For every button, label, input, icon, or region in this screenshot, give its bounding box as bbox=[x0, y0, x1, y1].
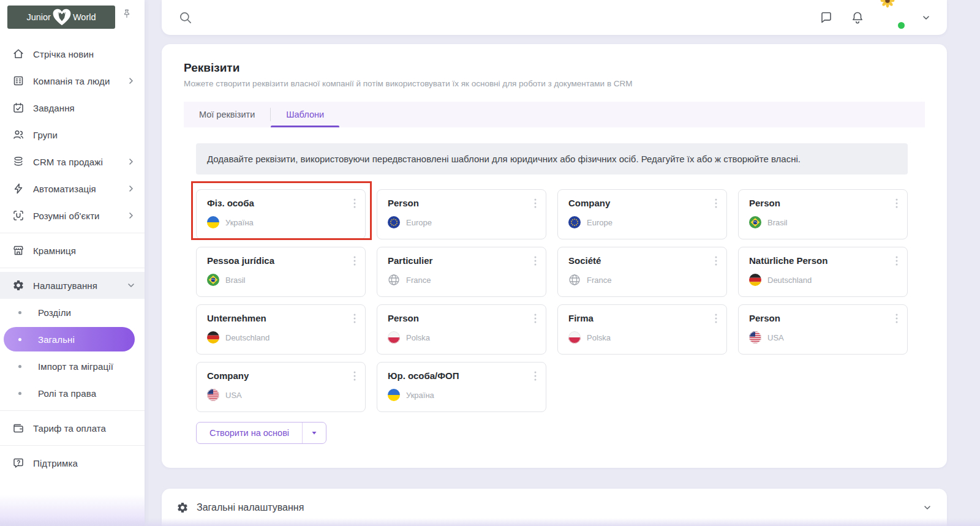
template-card-country: Brasil bbox=[767, 218, 788, 227]
card-flag-row: Україна bbox=[388, 389, 538, 401]
template-card-title: Pessoa jurídica bbox=[207, 255, 274, 266]
user-avatar[interactable] bbox=[881, 6, 905, 29]
template-card-title: Person bbox=[749, 198, 780, 209]
create-from-template-button[interactable]: Створити на основі bbox=[197, 423, 302, 443]
card-head: Юр. особа/ФОП bbox=[388, 370, 538, 381]
template-card-country: USA bbox=[225, 391, 242, 400]
more-options-icon[interactable] bbox=[532, 370, 538, 381]
template-card[interactable]: Юр. особа/ФОПУкраїна bbox=[377, 362, 546, 412]
general-settings-accordion[interactable]: Загальні налаштування bbox=[162, 489, 947, 526]
template-card-country: Brasil bbox=[225, 276, 246, 285]
sidebar-item-tariff-payment[interactable]: Тариф та оплата bbox=[0, 415, 145, 441]
template-card-title: Person bbox=[388, 198, 419, 209]
sidebar-item-label: Загальні bbox=[38, 334, 126, 345]
more-options-icon[interactable] bbox=[532, 255, 538, 266]
card-head: Société bbox=[568, 255, 719, 266]
sidebar-item-import-migrations[interactable]: Імпорт та міграції bbox=[0, 353, 145, 380]
card-flag-row: Україна bbox=[207, 216, 358, 228]
template-card[interactable]: ParticulierFrance bbox=[377, 247, 546, 297]
card-head: Company bbox=[207, 370, 358, 381]
template-card[interactable]: FirmaPolska bbox=[557, 304, 727, 355]
sidebar-item-news-feed[interactable]: Стрічка новин bbox=[0, 40, 145, 67]
page-title: Реквізити bbox=[184, 61, 925, 75]
sidebar-item-roles-rights[interactable]: Ролі та права bbox=[0, 380, 145, 407]
sidebar-item-label: Завдання bbox=[33, 103, 136, 113]
more-options-icon[interactable] bbox=[532, 313, 538, 324]
sidebar-nav: Стрічка новинКомпанія та людиЗавданняГру… bbox=[0, 40, 145, 476]
card-flag-row: Polska bbox=[388, 331, 538, 344]
flag-germany-icon bbox=[749, 274, 761, 286]
sidebar-item-general[interactable]: Загальні bbox=[4, 327, 135, 351]
pin-sidebar-icon[interactable] bbox=[121, 8, 132, 23]
template-card[interactable]: PersonBrasil bbox=[738, 189, 908, 239]
chevron-down-icon[interactable] bbox=[922, 503, 932, 513]
more-options-icon[interactable] bbox=[352, 198, 358, 209]
template-card-country: Polska bbox=[406, 333, 430, 342]
card-flag-row: Brasil bbox=[207, 274, 358, 286]
app-logo[interactable]: Junior World bbox=[7, 6, 115, 29]
chevron-right-icon bbox=[126, 211, 136, 220]
tab-templates[interactable]: Шаблони bbox=[271, 102, 339, 127]
chat-icon[interactable] bbox=[819, 10, 834, 25]
flag-usa-icon bbox=[749, 331, 761, 344]
template-card-country: Україна bbox=[406, 391, 434, 400]
more-options-icon[interactable] bbox=[713, 198, 719, 209]
template-card[interactable]: CompanyEurope bbox=[557, 189, 727, 239]
tabbar: Мої реквізитиШаблони bbox=[184, 102, 925, 127]
bullet-icon bbox=[18, 365, 21, 368]
template-card-country: Україна bbox=[225, 218, 254, 227]
globe-icon bbox=[388, 274, 400, 286]
template-card[interactable]: Pessoa jurídicaBrasil bbox=[196, 247, 366, 297]
sidebar-item-groups[interactable]: Групи bbox=[0, 121, 145, 148]
template-card-country: Europe bbox=[406, 218, 432, 227]
create-options-caret-button[interactable] bbox=[302, 423, 326, 443]
page-subtitle: Можете створити реквізити власної компан… bbox=[184, 79, 925, 88]
more-options-icon[interactable] bbox=[532, 198, 538, 209]
template-card[interactable]: PersonEurope bbox=[377, 189, 546, 239]
sidebar-item-crm-sales[interactable]: CRM та продажі bbox=[0, 148, 145, 175]
wallet-icon bbox=[12, 422, 24, 434]
info-banner: Додавайте реквізити, використовуючи пере… bbox=[196, 143, 908, 175]
bell-icon[interactable] bbox=[850, 10, 865, 25]
template-card[interactable]: Фіз. особаУкраїна bbox=[196, 189, 366, 239]
bullet-icon bbox=[18, 338, 21, 341]
template-card[interactable]: PersonUSA bbox=[738, 304, 908, 355]
templates-section: Додавайте реквізити, використовуючи пере… bbox=[184, 127, 925, 444]
sidebar-item-company-people[interactable]: Компанія та люди bbox=[0, 67, 145, 94]
flag-poland-icon bbox=[568, 331, 581, 344]
template-card-title: Particulier bbox=[388, 255, 432, 266]
more-options-icon[interactable] bbox=[894, 198, 900, 209]
more-options-icon[interactable] bbox=[713, 313, 719, 324]
sidebar-item-support[interactable]: Підтримка bbox=[0, 449, 145, 476]
chevron-down-icon[interactable] bbox=[921, 13, 931, 23]
template-card[interactable]: UnternehmenDeutschland bbox=[196, 304, 366, 355]
template-card[interactable]: Natürliche PersonDeutschland bbox=[738, 247, 908, 297]
sidebar-item-tasks[interactable]: Завдання bbox=[0, 94, 145, 121]
sidebar-item-sections[interactable]: Розділи bbox=[0, 299, 145, 326]
sidebar-item-settings[interactable]: Налаштування bbox=[0, 272, 145, 299]
more-options-icon[interactable] bbox=[352, 255, 358, 266]
template-card[interactable]: CompanyUSA bbox=[196, 362, 366, 412]
sidebar-item-label: Ролі та права bbox=[38, 388, 136, 399]
flag-eu-icon bbox=[568, 216, 581, 228]
template-card-title: Person bbox=[749, 313, 780, 324]
card-flag-row: Brasil bbox=[749, 216, 900, 228]
more-options-icon[interactable] bbox=[352, 313, 358, 324]
template-card[interactable]: SociétéFrance bbox=[557, 247, 727, 297]
card-head: Natürliche Person bbox=[749, 255, 900, 266]
sidebar-item-shop[interactable]: Крамниця bbox=[0, 237, 145, 264]
tab-my-requisites[interactable]: Мої реквізити bbox=[184, 102, 270, 127]
flag-brazil-icon bbox=[207, 274, 219, 286]
template-card-title: Company bbox=[207, 370, 249, 381]
more-options-icon[interactable] bbox=[352, 370, 358, 381]
search-icon[interactable] bbox=[178, 10, 194, 26]
templates-grid: Фіз. особаУкраїнаPersonEuropeCompanyEuro… bbox=[196, 189, 908, 412]
sidebar-item-automation[interactable]: Автоматизація bbox=[0, 175, 145, 202]
chevron-right-icon bbox=[126, 184, 136, 193]
sidebar-item-label: CRM та продажі bbox=[33, 157, 118, 167]
more-options-icon[interactable] bbox=[713, 255, 719, 266]
template-card[interactable]: PersonPolska bbox=[377, 304, 546, 355]
more-options-icon[interactable] bbox=[894, 313, 900, 324]
sidebar-item-smart-objects[interactable]: Розумні об'єкти bbox=[0, 202, 145, 229]
more-options-icon[interactable] bbox=[894, 255, 900, 266]
